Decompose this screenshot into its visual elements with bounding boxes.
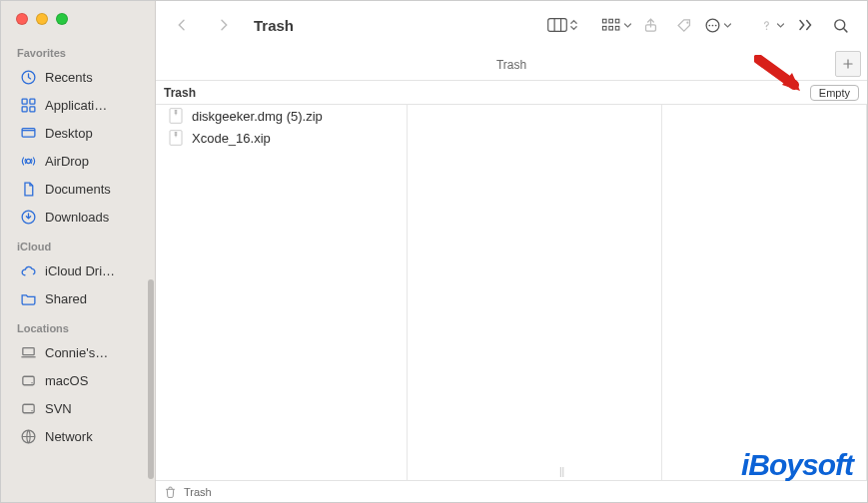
sidebar-item-label: AirDrop — [45, 154, 89, 169]
chevron-down-icon — [723, 21, 732, 30]
sidebar-item-computer[interactable]: Connie's… — [1, 338, 155, 366]
watermark: iBoysoft — [741, 448, 853, 482]
preview-pane — [662, 105, 867, 480]
svg-rect-2 — [29, 99, 34, 104]
svg-point-12 — [31, 409, 32, 410]
column-1[interactable]: diskgeeker.dmg (5).zip Xcode_16.xip — [156, 105, 408, 480]
file-row[interactable]: Xcode_16.xip — [156, 127, 407, 149]
share-button[interactable] — [634, 11, 666, 39]
download-icon — [19, 208, 37, 226]
overflow-button[interactable] — [790, 11, 822, 39]
svg-rect-15 — [602, 19, 606, 23]
archive-icon — [168, 130, 184, 146]
folder-icon — [19, 289, 37, 307]
sidebar-item-label: Recents — [45, 70, 93, 85]
sidebar-item-label: Downloads — [45, 210, 109, 225]
svg-rect-11 — [22, 404, 33, 413]
sidebar-item-macos[interactable]: macOS — [1, 366, 155, 394]
svg-rect-18 — [602, 26, 606, 30]
globe-icon — [19, 427, 37, 445]
sidebar-item-label: Documents — [45, 182, 111, 197]
svg-point-22 — [686, 21, 688, 23]
window-controls — [1, 1, 155, 37]
file-name: diskgeeker.dmg (5).zip — [192, 109, 323, 124]
columns-view: diskgeeker.dmg (5).zip Xcode_16.xip — [156, 105, 867, 480]
sidebar: Favorites Recents Applicati… Desktop Air… — [1, 1, 156, 502]
svg-rect-4 — [29, 106, 34, 111]
toolbar: Trash — [156, 1, 867, 49]
sidebar-item-shared[interactable]: Shared — [1, 284, 155, 312]
svg-point-25 — [712, 24, 714, 26]
view-columns-button[interactable] — [546, 11, 578, 39]
svg-point-27 — [766, 28, 768, 30]
sidebar-item-label: macOS — [45, 373, 88, 388]
search-button[interactable] — [824, 11, 856, 39]
svg-point-24 — [708, 24, 710, 26]
tags-button[interactable] — [668, 11, 700, 39]
back-button[interactable] — [166, 11, 198, 39]
tab-label[interactable]: Trash — [496, 58, 526, 72]
sidebar-item-label: SVN — [45, 401, 72, 416]
sidebar-item-documents[interactable]: Documents — [1, 175, 155, 203]
svg-rect-5 — [22, 128, 35, 137]
sidebar-item-svn[interactable]: SVN — [1, 394, 155, 422]
airdrop-icon — [19, 152, 37, 170]
sidebar-item-desktop[interactable]: Desktop — [1, 119, 155, 147]
sidebar-item-network[interactable]: Network — [1, 422, 155, 450]
sidebar-item-label: Shared — [45, 291, 87, 306]
svg-point-26 — [715, 24, 717, 26]
grid-icon — [19, 96, 37, 114]
sidebar-item-recents[interactable]: Recents — [1, 63, 155, 91]
svg-rect-19 — [608, 26, 612, 30]
sidebar-section-icloud: iCloud — [1, 231, 155, 256]
sidebar-section-favorites: Favorites — [1, 37, 155, 63]
minimize-window-button[interactable] — [36, 13, 48, 25]
sidebar-item-airdrop[interactable]: AirDrop — [1, 147, 155, 175]
svg-point-10 — [31, 381, 32, 382]
path-bar-label: Trash — [184, 486, 212, 498]
empty-trash-button[interactable]: Empty — [810, 85, 859, 101]
disk-icon — [19, 399, 37, 417]
chevron-down-icon — [623, 21, 632, 30]
trash-icon — [164, 485, 178, 499]
disk-icon — [19, 371, 37, 389]
sidebar-item-label: Network — [45, 429, 93, 444]
column-resize-handle[interactable]: || — [559, 466, 564, 477]
column-name-label: Trash — [164, 86, 196, 100]
forward-button[interactable] — [208, 11, 240, 39]
column-2[interactable] — [408, 105, 662, 480]
svg-rect-20 — [615, 26, 619, 30]
path-bar: Trash — [156, 480, 867, 502]
new-tab-button[interactable] — [835, 51, 861, 77]
doc-icon — [19, 180, 37, 198]
clock-icon — [19, 68, 37, 86]
sidebar-item-label: Connie's… — [45, 345, 108, 360]
group-by-button[interactable] — [600, 11, 632, 39]
updown-icon — [569, 18, 578, 32]
laptop-icon — [19, 343, 37, 361]
archive-icon — [168, 108, 184, 124]
sidebar-item-label: Applicati… — [45, 98, 107, 113]
main-area: Trash Trash Trash Empty — [156, 1, 867, 502]
close-window-button[interactable] — [16, 13, 28, 25]
sidebar-item-icloud-drive[interactable]: iCloud Dri… — [1, 256, 155, 284]
sidebar-item-label: iCloud Dri… — [45, 263, 115, 278]
cloud-icon — [19, 261, 37, 279]
svg-rect-16 — [608, 19, 612, 23]
svg-rect-17 — [615, 19, 619, 23]
svg-rect-14 — [547, 19, 566, 32]
svg-rect-1 — [22, 99, 27, 104]
fullscreen-window-button[interactable] — [56, 13, 68, 25]
svg-rect-9 — [22, 376, 33, 385]
help-button[interactable] — [756, 11, 788, 39]
sidebar-item-downloads[interactable]: Downloads — [1, 203, 155, 231]
file-name: Xcode_16.xip — [192, 131, 271, 146]
file-row[interactable]: diskgeeker.dmg (5).zip — [156, 105, 407, 127]
sidebar-item-applications[interactable]: Applicati… — [1, 91, 155, 119]
sidebar-item-label: Desktop — [45, 126, 93, 141]
sidebar-section-locations: Locations — [1, 312, 155, 338]
more-actions-button[interactable] — [702, 11, 734, 39]
chevron-down-icon — [776, 21, 785, 30]
sidebar-scrollbar-thumb[interactable] — [148, 279, 154, 479]
annotation-arrow — [754, 55, 802, 95]
